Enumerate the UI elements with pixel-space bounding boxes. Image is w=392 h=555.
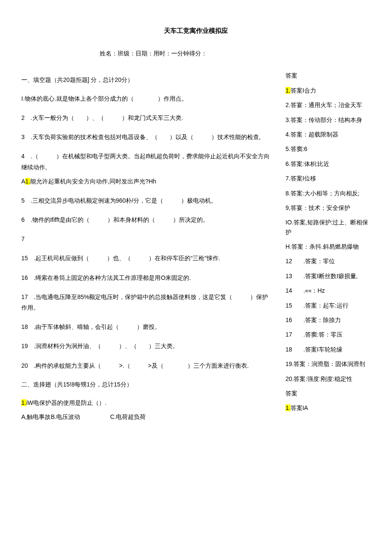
answer-6: 6.答案:体枳:比近 — [285, 159, 371, 169]
question-6: 6 .物件的Ififft是由它的（ ）和本身材料的（ ）所决定的。 — [21, 215, 273, 225]
answer-3: 3.答案：传动部分：结构本身 — [285, 115, 371, 125]
mcq-1-text: iW电保护器的使用是防止（）. — [26, 399, 107, 406]
question-7: 7 — [21, 234, 273, 244]
q4-pre: A — [21, 178, 25, 185]
q4-highlight: 1. — [25, 178, 30, 185]
section-2-heading: 二、迭择翅（共15!8每甥1分，总计15分） — [21, 380, 273, 389]
answer-1-text: 答案I合力 — [291, 87, 316, 94]
answer-14: 14 .««：Hz — [285, 286, 371, 295]
mcq-1-stem: 1.iW电保护器的使用是防止（）. — [21, 398, 273, 408]
doc-title: 天车工竞寓作业模拟应 — [21, 26, 371, 36]
mcq-1: 1.iW电保护器的使用是防止（）. A,触电事故B.电压波动 C.电荷超负荷 — [21, 398, 273, 422]
answer-15: 15 .答案：起车:运行 — [285, 301, 371, 310]
questions-column: 一、填空题（共20题拒题] 分，总计20分） I.物体的底心.就是物体上各个部分… — [21, 71, 273, 431]
q4-post: 能允许起重机向安全方向动作,同时发出声光?Hh — [30, 178, 156, 185]
answer-13-num: 13 — [285, 271, 302, 281]
answer-b1: 1.答案IA — [285, 403, 371, 413]
answer-8: 8.答案:大小相等；方向相反; — [285, 189, 371, 198]
answers-column: 答案 1.答案I合力 2.答宴：通用火车；冶金天车 3.答案：传动部分：结构本身… — [285, 71, 371, 431]
answer-18: 18 .答案I车轮轮缘 — [285, 345, 371, 354]
question-15: 15 .起王机司机应做到（ ）也、（ ）在和停车臣的“三枪”悚作. — [21, 253, 273, 264]
answers-heading-2: 答案 — [285, 389, 371, 398]
answer-13-text: .答案I断丝数I癖损量, — [303, 273, 358, 279]
answer-19: 19.答案：润滑脂：固体润滑剂 — [285, 359, 371, 369]
question-17: 17 .当电通电压降至85%额定电压时，保护箱中的总接触器使料放，这是它笈（ ）… — [21, 292, 273, 313]
answer-18-text: .答案I车轮轮缘 — [303, 346, 343, 353]
question-3: 3 .天车负荷实验前的技术检查包括对电器设备、（ ）以及（ ）技术性能的检查, — [21, 132, 273, 142]
answer-15-num: 15 — [285, 301, 302, 310]
section-1-heading: 一、填空题（共20题拒题] 分，总计20分） — [21, 75, 273, 84]
answer-b1-text: 答案IA — [291, 404, 308, 411]
answer-17: 17 .答窦:答：零压 — [285, 330, 371, 339]
answer-12-num: 12 — [285, 256, 302, 266]
answer-14-text: .««：Hz — [303, 287, 325, 294]
answer-17-num: 17 — [285, 330, 302, 339]
answer-12-text: .答案：零位 — [303, 258, 335, 264]
answer-16-num: 16 — [285, 315, 302, 325]
question-5: 5 .三相交流异步电动机额定例速为960朴/分，它是（ ）极电动机。 — [21, 195, 273, 206]
answer-5: 5.答窦:6 — [285, 144, 371, 154]
answer-16-text: .答案：除捺力 — [303, 317, 341, 323]
question-4: 4 .（ ）在机械型和电子型两大类。当起Ift机超负荷时，费求能停止起近机向不安… — [21, 151, 273, 187]
answer-10: IO.答案,短路保护:过上、断相保护 — [285, 218, 371, 237]
answer-1: 1.答案I合力 — [285, 86, 371, 95]
question-19: 19 .润滑材料分为涧卅油、（ ）、（ ）三大类。 — [21, 341, 273, 352]
question-18: 18 .由于车体帧斜、啃轴，会引起（ ）磨投。 — [21, 322, 273, 332]
question-2: 2 .火车一般分为（ ）、（ ）和龙门式天车三大类. — [21, 113, 273, 123]
answer-7: 7.答案I位移 — [285, 174, 371, 183]
answer-1-highlight: 1. — [285, 87, 291, 94]
question-20: 20 .构件的承蚊能力主要从（ >.（ >及（ ）三个方面来进行衡衣. — [21, 360, 273, 371]
answer-2: 2.答宴：通用火车；冶金天车 — [285, 100, 371, 110]
answer-b1-highlight: 1. — [285, 404, 291, 411]
mcq-1-highlight: 1. — [21, 399, 26, 406]
answer-4: 4.答案：超载限制器 — [285, 130, 371, 139]
doc-meta-line: 姓名：班级：日期：用时：一分钟得分： — [0, 49, 371, 58]
answer-17-text: .答窦:答：零压 — [303, 331, 343, 338]
question-4-line2: A1.能允许起重机向安全方向动作,同时发出声光?Hh — [21, 176, 273, 187]
content-columns: 一、填空题（共20题拒题] 分，总计20分） I.物体的底心.就是物体上各个部分… — [21, 71, 371, 431]
answer-14-num: 14 — [285, 286, 302, 295]
question-1: I.物体的底心.就是物体上各个部分成力的（ ）作用点。 — [21, 93, 273, 104]
answer-15-text: .答案：起车:运行 — [303, 302, 349, 309]
answer-12: 12 .答案：零位 — [285, 256, 371, 266]
answer-13: 13 .答案I断丝数I癖损量, — [285, 271, 371, 281]
question-16: 16 .绳索在卷筒上固定的各种方法其工作原理都是用O来固定的. — [21, 273, 273, 283]
mcq-1-options: A,触电事故B.电压波动 C.电荷超负荷 — [21, 412, 273, 422]
answer-11: H.答案：杀抖.斜易燃易爆物 — [285, 242, 371, 251]
answer-18-num: 18 — [285, 345, 302, 354]
answers-heading: 答案 — [285, 71, 371, 80]
answer-20: 20.答案:强度:刚度:稳定性 — [285, 374, 371, 384]
answer-16: 16 .答案：除捺力 — [285, 315, 371, 325]
question-4-line1: 4 .（ ）在机械型和电子型两大类。当起Ift机超负荷时，费求能停止起近机向不安… — [21, 151, 273, 172]
answer-9: 9,答宴：技术；安全保护 — [285, 203, 371, 212]
